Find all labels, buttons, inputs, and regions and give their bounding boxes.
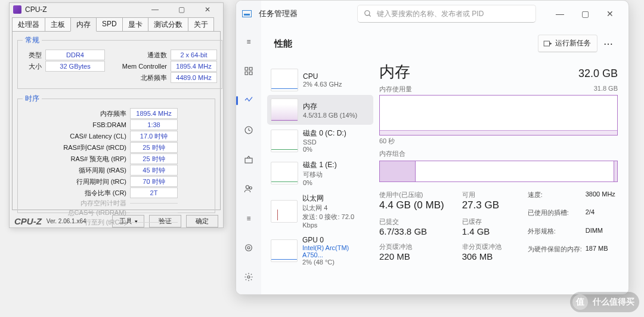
memory-thumb [271, 99, 298, 121]
tm-maximize-button[interactable]: ▢ [572, 9, 597, 19]
paged-value: 220 MB [379, 251, 444, 261]
tm-header: 性能 运行新任务 ⋯ [270, 30, 618, 57]
users-icon[interactable] [239, 179, 259, 199]
cached-label: 已缓存 [462, 217, 510, 226]
avail-value: 27.3 GB [462, 199, 510, 211]
avail-label: 可用 [462, 190, 510, 199]
general-fieldset: 常规 类型 DDR4 大小 32 GBytes 通道数 2 x 64-bit [17, 35, 222, 89]
ethernet-thumb [271, 200, 298, 223]
cpuz-title: CPU-Z [25, 5, 47, 14]
svg-point-9 [249, 187, 252, 189]
menu-icon[interactable]: ≡ [239, 32, 259, 51]
settings-icon[interactable] [239, 267, 259, 287]
close-button[interactable]: ✕ [199, 5, 216, 14]
cpuz-window: CPU-Z — ▢ ✕ 处理器 主板 内存 SPD 显卡 测试分数 关于 常规 … [9, 2, 224, 228]
perf-list: CPU2% 4.63 GHz 内存4.5/31.8 GB (14%) 磁盘 0 … [267, 34, 373, 288]
memctrl-label: Mem Controller [117, 63, 171, 70]
fsbdram-label: FSB:DRAM [58, 121, 130, 128]
inuse-value: 4.4 GB (0 MB) [379, 199, 444, 211]
tm-title: 任务管理器 [259, 9, 298, 19]
search-placeholder: 键入要搜索的名称、发布者或 PID [377, 9, 484, 19]
detail-title: 内存 [379, 61, 410, 82]
tm-close-button[interactable]: ✕ [597, 9, 623, 19]
trcd-value: 25 时钟 [130, 142, 178, 153]
tm-titlebar[interactable]: 任务管理器 键入要搜索的名称、发布者或 PID — ▢ ✕ [236, 1, 628, 27]
details-icon[interactable]: ≡ [239, 208, 259, 228]
cpuz-tabs: 处理器 主板 内存 SPD 显卡 测试分数 关于 [10, 16, 223, 31]
tab-about[interactable]: 关于 [188, 17, 214, 31]
idle-value [130, 203, 178, 204]
tab-cpu[interactable]: 处理器 [12, 17, 45, 31]
performance-icon[interactable] [239, 91, 259, 110]
perf-item-memory[interactable]: 内存4.5/31.8 GB (14%) [267, 95, 373, 125]
timings-fieldset: 时序 内存频率1895.4 MHz FSB:DRAM1:38 CAS# Late… [17, 94, 215, 213]
channels-value: 2 x 64-bit [171, 50, 217, 60]
taskmanager-window: 任务管理器 键入要搜索的名称、发布者或 PID — ▢ ✕ ≡ ≡ 性能 运行新… [236, 0, 629, 295]
trp-label: RAS# 预充电 (tRP) [58, 155, 130, 164]
tras-label: 循环周期 (tRAS) [58, 166, 130, 175]
timings-legend: 时序 [23, 94, 42, 104]
memory-kv: 速度:3800 MHz 已使用的插槽:2/4 外形规格:DIMM 为硬件保留的内… [528, 190, 615, 261]
cr-label: 指令比率 (CR) [58, 189, 130, 198]
dramfreq-label: 内存频率 [58, 109, 130, 118]
size-value: 32 GBytes [45, 61, 105, 72]
svg-marker-14 [550, 42, 552, 45]
smzdm-watermark: 值 什么值得买 [570, 292, 639, 312]
disk1-thumb [271, 162, 298, 184]
general-legend: 常规 [23, 35, 42, 45]
tab-graphics[interactable]: 显卡 [122, 17, 148, 31]
nbfreq-label: 北桥频率 [117, 73, 171, 82]
perf-item-gpu[interactable]: GPU 0Intel(R) Arc(TM) A750...2% (48 °C) [267, 232, 373, 269]
idle-label: 内存空闲计时器 [58, 199, 130, 208]
tab-spd[interactable]: SPD [96, 17, 123, 31]
tab-mainboard[interactable]: 主板 [45, 17, 71, 31]
type-value: DDR4 [45, 50, 105, 60]
more-button[interactable]: ⋯ [599, 35, 618, 53]
size-label: 大小 [23, 62, 45, 71]
search-input[interactable]: 键入要搜索的名称、发布者或 PID [357, 5, 536, 23]
svg-line-1 [369, 15, 371, 17]
commit-value: 6.7/33.8 GB [379, 226, 444, 236]
svg-rect-3 [249, 67, 252, 70]
gpu-thumb [271, 239, 298, 262]
processes-icon[interactable] [239, 61, 259, 81]
svg-point-10 [246, 245, 252, 251]
disk0-thumb [271, 130, 298, 152]
r2c-value [130, 222, 178, 223]
cpuz-titlebar[interactable]: CPU-Z — ▢ ✕ [10, 3, 223, 16]
composition-label: 内存组合 [379, 149, 618, 158]
detail-total: 32.0 GB [578, 67, 618, 80]
trcd-label: RAS#到CAS# (tRCD) [58, 143, 130, 152]
tm-minimize-button[interactable]: — [547, 9, 572, 19]
tras-value: 45 时钟 [130, 165, 178, 176]
history-icon[interactable] [239, 120, 259, 140]
cached-value: 1.4 GB [462, 226, 510, 236]
minimize-button[interactable]: — [147, 5, 163, 14]
tm-app-icon [242, 10, 252, 17]
memory-usage-graph [379, 95, 618, 136]
tm-nav-rail: ≡ ≡ [236, 1, 261, 294]
perf-item-disk1[interactable]: 磁盘 1 (E:)可移动0% [267, 156, 373, 190]
svg-rect-2 [245, 67, 248, 70]
watermark-badge: 值 [572, 294, 588, 310]
perf-item-ethernet[interactable]: 以太网以太网 4发送: 0 接收: 72.0 Kbps [267, 190, 373, 232]
run-new-task-button[interactable]: 运行新任务 [538, 35, 597, 53]
tab-bench[interactable]: 测试分数 [148, 17, 188, 31]
cpu-thumb [271, 69, 298, 91]
svg-point-11 [247, 247, 250, 249]
services-icon[interactable] [239, 238, 259, 257]
perf-item-cpu[interactable]: CPU2% 4.63 GHz [267, 65, 373, 95]
r2c-label: 行至列 (tRCD) [58, 218, 130, 227]
fsbdram-value: 1:38 [130, 119, 178, 130]
svg-rect-13 [544, 41, 549, 45]
commit-label: 已提交 [379, 217, 444, 226]
inuse-label: 使用中(已压缩) [379, 190, 444, 199]
maximize-button[interactable]: ▢ [173, 5, 190, 14]
perf-item-disk0[interactable]: 磁盘 0 (C: D:)SSD0% [267, 125, 373, 156]
totcas-label: 总CAS号 (tRDRAM) [58, 208, 130, 217]
tab-memory[interactable]: 内存 [70, 17, 97, 32]
startup-icon[interactable] [239, 149, 259, 169]
usage-label: 内存使用量 [379, 85, 412, 94]
nbfreq-value: 4489.0 MHz [171, 72, 217, 83]
trp-value: 25 时钟 [130, 153, 178, 164]
